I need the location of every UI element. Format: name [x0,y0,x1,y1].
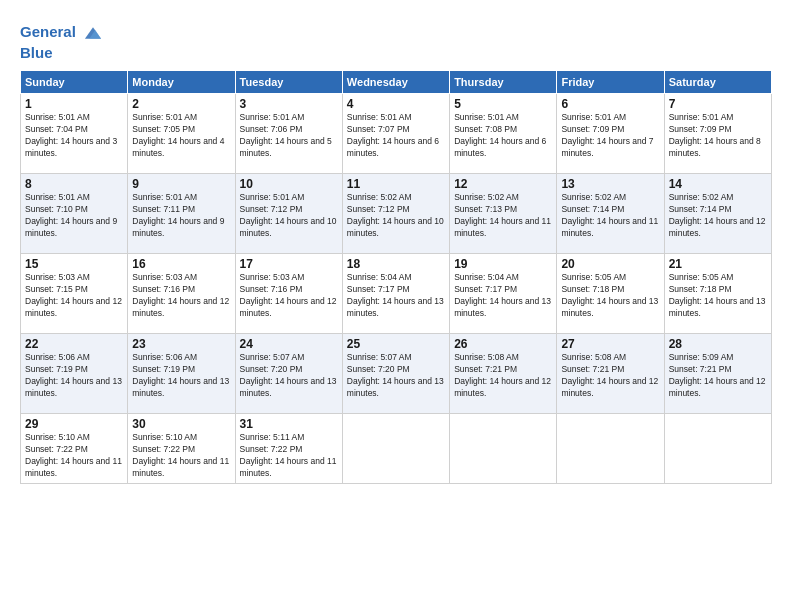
day-number: 17 [240,257,338,271]
calendar-day-cell: 4Sunrise: 5:01 AMSunset: 7:07 PMDaylight… [342,94,449,174]
day-number: 4 [347,97,445,111]
weekday-header-cell: Friday [557,71,664,94]
calendar-day-cell: 18Sunrise: 5:04 AMSunset: 7:17 PMDayligh… [342,254,449,334]
day-number: 7 [669,97,767,111]
day-number: 21 [669,257,767,271]
weekday-header-cell: Thursday [450,71,557,94]
calendar-day-cell: 11Sunrise: 5:02 AMSunset: 7:12 PMDayligh… [342,174,449,254]
day-info: Sunrise: 5:05 AMSunset: 7:18 PMDaylight:… [561,272,659,320]
logo-blue: Blue [20,44,104,62]
day-number: 31 [240,417,338,431]
day-info: Sunrise: 5:01 AMSunset: 7:06 PMDaylight:… [240,112,338,160]
calendar-day-cell: 27Sunrise: 5:08 AMSunset: 7:21 PMDayligh… [557,334,664,414]
day-number: 28 [669,337,767,351]
calendar-body: 1Sunrise: 5:01 AMSunset: 7:04 PMDaylight… [21,94,772,484]
calendar-day-cell [342,414,449,484]
day-number: 18 [347,257,445,271]
day-number: 24 [240,337,338,351]
calendar-week-row: 29Sunrise: 5:10 AMSunset: 7:22 PMDayligh… [21,414,772,484]
day-info: Sunrise: 5:02 AMSunset: 7:13 PMDaylight:… [454,192,552,240]
day-info: Sunrise: 5:02 AMSunset: 7:14 PMDaylight:… [561,192,659,240]
day-number: 1 [25,97,123,111]
day-number: 6 [561,97,659,111]
calendar-day-cell: 22Sunrise: 5:06 AMSunset: 7:19 PMDayligh… [21,334,128,414]
day-info: Sunrise: 5:01 AMSunset: 7:12 PMDaylight:… [240,192,338,240]
weekday-header-cell: Sunday [21,71,128,94]
day-info: Sunrise: 5:03 AMSunset: 7:16 PMDaylight:… [240,272,338,320]
page: General Blue SundayMondayTuesdayWednesda… [0,0,792,612]
day-info: Sunrise: 5:04 AMSunset: 7:17 PMDaylight:… [347,272,445,320]
calendar-day-cell [450,414,557,484]
calendar-day-cell: 6Sunrise: 5:01 AMSunset: 7:09 PMDaylight… [557,94,664,174]
day-number: 10 [240,177,338,191]
calendar: SundayMondayTuesdayWednesdayThursdayFrid… [20,70,772,484]
day-number: 9 [132,177,230,191]
day-info: Sunrise: 5:07 AMSunset: 7:20 PMDaylight:… [347,352,445,400]
calendar-week-row: 15Sunrise: 5:03 AMSunset: 7:15 PMDayligh… [21,254,772,334]
calendar-day-cell: 10Sunrise: 5:01 AMSunset: 7:12 PMDayligh… [235,174,342,254]
header: General Blue [20,18,772,62]
day-number: 14 [669,177,767,191]
day-number: 8 [25,177,123,191]
calendar-day-cell: 31Sunrise: 5:11 AMSunset: 7:22 PMDayligh… [235,414,342,484]
calendar-day-cell: 2Sunrise: 5:01 AMSunset: 7:05 PMDaylight… [128,94,235,174]
calendar-day-cell: 23Sunrise: 5:06 AMSunset: 7:19 PMDayligh… [128,334,235,414]
calendar-day-cell: 26Sunrise: 5:08 AMSunset: 7:21 PMDayligh… [450,334,557,414]
day-info: Sunrise: 5:03 AMSunset: 7:15 PMDaylight:… [25,272,123,320]
day-info: Sunrise: 5:10 AMSunset: 7:22 PMDaylight:… [132,432,230,480]
calendar-day-cell: 30Sunrise: 5:10 AMSunset: 7:22 PMDayligh… [128,414,235,484]
day-number: 22 [25,337,123,351]
day-number: 27 [561,337,659,351]
weekday-header-cell: Tuesday [235,71,342,94]
day-info: Sunrise: 5:06 AMSunset: 7:19 PMDaylight:… [132,352,230,400]
calendar-day-cell: 29Sunrise: 5:10 AMSunset: 7:22 PMDayligh… [21,414,128,484]
calendar-day-cell: 1Sunrise: 5:01 AMSunset: 7:04 PMDaylight… [21,94,128,174]
day-info: Sunrise: 5:01 AMSunset: 7:04 PMDaylight:… [25,112,123,160]
weekday-header-cell: Saturday [664,71,771,94]
day-info: Sunrise: 5:07 AMSunset: 7:20 PMDaylight:… [240,352,338,400]
day-info: Sunrise: 5:09 AMSunset: 7:21 PMDaylight:… [669,352,767,400]
calendar-day-cell: 14Sunrise: 5:02 AMSunset: 7:14 PMDayligh… [664,174,771,254]
logo: General Blue [20,22,104,62]
weekday-header-cell: Monday [128,71,235,94]
calendar-day-cell: 19Sunrise: 5:04 AMSunset: 7:17 PMDayligh… [450,254,557,334]
day-number: 30 [132,417,230,431]
day-number: 2 [132,97,230,111]
calendar-day-cell: 16Sunrise: 5:03 AMSunset: 7:16 PMDayligh… [128,254,235,334]
weekday-header-row: SundayMondayTuesdayWednesdayThursdayFrid… [21,71,772,94]
day-info: Sunrise: 5:10 AMSunset: 7:22 PMDaylight:… [25,432,123,480]
calendar-day-cell: 20Sunrise: 5:05 AMSunset: 7:18 PMDayligh… [557,254,664,334]
calendar-week-row: 22Sunrise: 5:06 AMSunset: 7:19 PMDayligh… [21,334,772,414]
day-info: Sunrise: 5:01 AMSunset: 7:09 PMDaylight:… [561,112,659,160]
day-number: 19 [454,257,552,271]
calendar-day-cell: 25Sunrise: 5:07 AMSunset: 7:20 PMDayligh… [342,334,449,414]
day-info: Sunrise: 5:06 AMSunset: 7:19 PMDaylight:… [25,352,123,400]
day-number: 16 [132,257,230,271]
day-info: Sunrise: 5:04 AMSunset: 7:17 PMDaylight:… [454,272,552,320]
day-info: Sunrise: 5:01 AMSunset: 7:11 PMDaylight:… [132,192,230,240]
calendar-day-cell: 13Sunrise: 5:02 AMSunset: 7:14 PMDayligh… [557,174,664,254]
calendar-week-row: 1Sunrise: 5:01 AMSunset: 7:04 PMDaylight… [21,94,772,174]
day-info: Sunrise: 5:05 AMSunset: 7:18 PMDaylight:… [669,272,767,320]
day-info: Sunrise: 5:11 AMSunset: 7:22 PMDaylight:… [240,432,338,480]
day-info: Sunrise: 5:02 AMSunset: 7:14 PMDaylight:… [669,192,767,240]
calendar-day-cell: 15Sunrise: 5:03 AMSunset: 7:15 PMDayligh… [21,254,128,334]
calendar-day-cell: 17Sunrise: 5:03 AMSunset: 7:16 PMDayligh… [235,254,342,334]
day-number: 11 [347,177,445,191]
calendar-day-cell: 8Sunrise: 5:01 AMSunset: 7:10 PMDaylight… [21,174,128,254]
calendar-day-cell [664,414,771,484]
day-number: 12 [454,177,552,191]
day-info: Sunrise: 5:03 AMSunset: 7:16 PMDaylight:… [132,272,230,320]
calendar-day-cell: 3Sunrise: 5:01 AMSunset: 7:06 PMDaylight… [235,94,342,174]
day-info: Sunrise: 5:08 AMSunset: 7:21 PMDaylight:… [454,352,552,400]
day-number: 13 [561,177,659,191]
day-number: 3 [240,97,338,111]
day-number: 5 [454,97,552,111]
day-info: Sunrise: 5:01 AMSunset: 7:10 PMDaylight:… [25,192,123,240]
calendar-week-row: 8Sunrise: 5:01 AMSunset: 7:10 PMDaylight… [21,174,772,254]
logo-text: General [20,22,104,44]
calendar-day-cell: 9Sunrise: 5:01 AMSunset: 7:11 PMDaylight… [128,174,235,254]
calendar-day-cell [557,414,664,484]
day-info: Sunrise: 5:01 AMSunset: 7:09 PMDaylight:… [669,112,767,160]
day-info: Sunrise: 5:02 AMSunset: 7:12 PMDaylight:… [347,192,445,240]
